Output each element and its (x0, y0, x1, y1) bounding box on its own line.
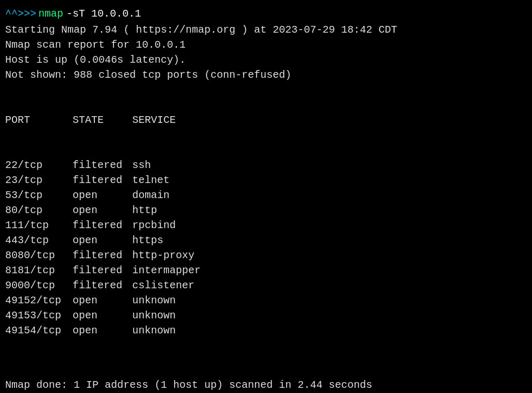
cell-port-3: 80/tcp (5, 203, 73, 218)
prompt-args: -sT 10.0.0.1 (66, 6, 141, 21)
cell-service-2: domain (132, 188, 170, 203)
table-header-row: PORT STATE SERVICE (5, 113, 527, 128)
col-header-service: SERVICE (132, 113, 176, 128)
cell-state-0: filtered (73, 158, 132, 173)
table-row: 49154/tcpopenunknown (5, 323, 527, 338)
cell-service-10: unknown (132, 308, 176, 323)
cell-state-10: open (73, 308, 132, 323)
cell-service-9: unknown (132, 293, 176, 308)
cell-port-7: 8181/tcp (5, 263, 73, 278)
cell-service-6: http-proxy (132, 248, 194, 263)
output-line-1: Nmap scan report for 10.0.0.1 (5, 37, 527, 52)
table-row: 111/tcpfilteredrpcbind (5, 218, 527, 233)
table-row: 9000/tcpfilteredcslistener (5, 278, 527, 293)
cell-state-6: filtered (73, 248, 132, 263)
cell-port-6: 8080/tcp (5, 248, 73, 263)
prompt-symbol: ^^>>> (5, 6, 36, 21)
cell-service-8: cslistener (132, 278, 194, 293)
cell-port-2: 53/tcp (5, 188, 73, 203)
cell-port-4: 111/tcp (5, 218, 73, 233)
cell-state-5: open (73, 233, 132, 248)
cell-port-0: 22/tcp (5, 158, 73, 173)
prompt-line: ^^>>> nmap -sT 10.0.0.1 (5, 6, 527, 21)
output-line-2: Host is up (0.0046s latency). (5, 52, 527, 67)
table-row: 8181/tcpfilteredintermapper (5, 263, 527, 278)
cell-state-7: filtered (73, 263, 132, 278)
table-row: 80/tcpopenhttp (5, 203, 527, 218)
col-header-port: PORT (5, 113, 73, 128)
table-row: 49152/tcpopenunknown (5, 293, 527, 308)
cell-service-5: https (132, 233, 163, 248)
output-lines: Starting Nmap 7.94 ( https://nmap.org ) … (5, 22, 527, 82)
output-line-3: Not shown: 988 closed tcp ports (conn-re… (5, 67, 527, 82)
prompt-command: nmap (38, 6, 63, 21)
cell-state-8: filtered (73, 278, 132, 293)
port-rows: 22/tcpfilteredssh23/tcpfilteredtelnet53/… (5, 158, 527, 338)
cell-state-3: open (73, 203, 132, 218)
cell-port-5: 443/tcp (5, 233, 73, 248)
cell-service-7: intermapper (132, 263, 201, 278)
cell-port-10: 49153/tcp (5, 308, 73, 323)
output-line-0: Starting Nmap 7.94 ( https://nmap.org ) … (5, 22, 527, 37)
cell-state-1: filtered (73, 173, 132, 188)
port-table: PORT STATE SERVICE 22/tcpfilteredssh23/t… (5, 82, 527, 368)
done-line: Nmap done: 1 IP address (1 host up) scan… (5, 377, 527, 392)
cell-port-11: 49154/tcp (5, 323, 73, 338)
cell-state-4: filtered (73, 218, 132, 233)
table-row: 22/tcpfilteredssh (5, 158, 527, 173)
cell-state-9: open (73, 293, 132, 308)
table-row: 49153/tcpopenunknown (5, 308, 527, 323)
cell-state-2: open (73, 188, 132, 203)
col-header-state: STATE (73, 113, 132, 128)
cell-service-4: rpcbind (132, 218, 176, 233)
cell-state-11: open (73, 323, 132, 338)
cell-port-9: 49152/tcp (5, 293, 73, 308)
table-row: 23/tcpfilteredtelnet (5, 173, 527, 188)
table-row: 53/tcpopendomain (5, 188, 527, 203)
cell-port-8: 9000/tcp (5, 278, 73, 293)
cell-service-0: ssh (132, 158, 151, 173)
cell-service-1: telnet (132, 173, 170, 188)
table-row: 8080/tcpfilteredhttp-proxy (5, 248, 527, 263)
table-row: 443/tcpopenhttps (5, 233, 527, 248)
cell-service-11: unknown (132, 323, 176, 338)
cell-service-3: http (132, 203, 157, 218)
cell-port-1: 23/tcp (5, 173, 73, 188)
terminal: ^^>>> nmap -sT 10.0.0.1 Starting Nmap 7.… (5, 6, 527, 387)
